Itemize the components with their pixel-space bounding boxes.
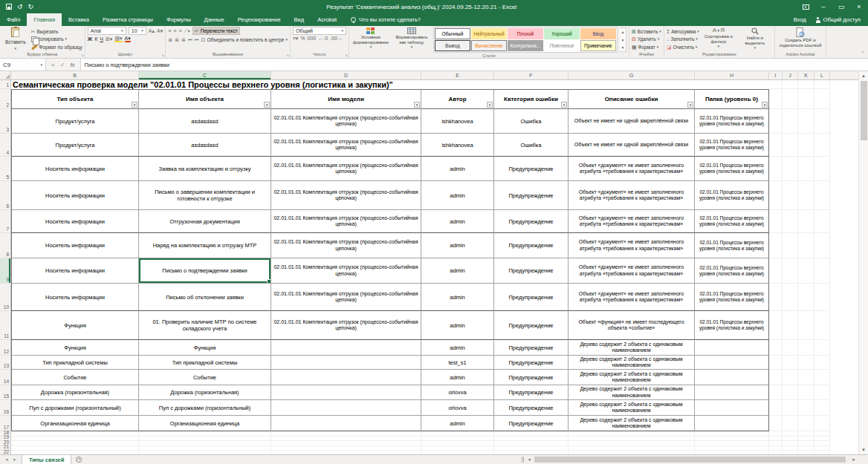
cell-C9[interactable]: Письмо о подтверждении заявки xyxy=(139,258,271,284)
column-header-F[interactable]: F xyxy=(494,71,569,79)
comma-style-icon[interactable]: 000 xyxy=(308,36,317,41)
cell-G6[interactable]: Объект «документ» не имеет заполненного … xyxy=(569,181,695,210)
cell-K[interactable] xyxy=(798,109,814,134)
cell-J[interactable] xyxy=(783,233,798,258)
cell-B10[interactable]: Носитель информации xyxy=(11,284,139,311)
filter-dropdown-icon[interactable]: ▾ xyxy=(487,102,493,108)
redo-icon[interactable]: ↻ xyxy=(28,4,34,10)
cell-L[interactable] xyxy=(814,134,830,157)
align-bottom-icon[interactable]: ≡ xyxy=(178,28,181,33)
number-format-select[interactable]: Общий▾ xyxy=(293,27,346,35)
column-header-L[interactable]: L xyxy=(814,71,830,79)
cell-G12[interactable]: Дерево содержит 2 объекта с одинаковым н… xyxy=(569,340,695,356)
cell-C8[interactable]: Наряд на комплектацию и отгрузку МТР xyxy=(139,233,271,258)
cell-K[interactable] xyxy=(798,340,814,356)
find-select-button[interactable]: Найти и выделить▾ xyxy=(738,27,772,51)
cell-F8[interactable]: Предупреждение xyxy=(494,233,569,258)
cell-J[interactable] xyxy=(783,80,798,89)
vertical-scrollbar[interactable]: ▲ ▼ xyxy=(858,71,868,454)
cell-G7[interactable]: Объект «документ» не имеет заполненного … xyxy=(569,210,695,233)
create-pdf-button[interactable]: Создать PDF и поделиться ссылкой xyxy=(777,27,823,51)
cell-E11[interactable]: admin xyxy=(421,311,494,340)
cell-C16[interactable]: Пул с дорожками (горизонтальный) xyxy=(139,400,271,416)
cell-style-плохой[interactable]: Плохой xyxy=(508,28,543,39)
scroll-right-icon[interactable]: ► xyxy=(852,457,856,462)
cell-L[interactable] xyxy=(814,340,830,356)
shrink-font-icon[interactable]: А▾ xyxy=(157,28,163,33)
cell-C17[interactable]: Организационная единица xyxy=(139,416,271,431)
cell-H7[interactable]: 02.01.01 Процессы верхнего уровня (логис… xyxy=(695,210,769,233)
cell-K[interactable] xyxy=(798,80,814,89)
cell-H12[interactable] xyxy=(695,340,769,356)
paste-button[interactable]: Вставить ▾ xyxy=(2,27,29,51)
cell-I[interactable] xyxy=(769,210,783,233)
ribbon-tab-данные[interactable]: Данные xyxy=(198,13,231,26)
cell-F16[interactable]: Предупреждение xyxy=(494,400,569,416)
align-middle-icon[interactable]: ≡ xyxy=(173,28,176,33)
fill-button[interactable]: ↓Заполнить▾ xyxy=(667,36,699,43)
cell-D5[interactable]: 02.01.01.01 Комплектация отгрузок (проце… xyxy=(271,157,421,181)
ribbon-display-options-icon[interactable]: ▾ xyxy=(797,0,814,13)
vertical-scroll-thumb[interactable] xyxy=(861,81,867,140)
cell-G16[interactable]: Дерево содержит 2 объекта с одинаковым н… xyxy=(569,400,695,416)
cell-D6[interactable]: 02.01.01.01 Комплектация отгрузок (проце… xyxy=(271,181,421,210)
cell-J[interactable] xyxy=(783,284,798,311)
cell-I[interactable] xyxy=(769,181,783,210)
minimize-icon[interactable]: – xyxy=(814,0,832,13)
cell-I[interactable] xyxy=(769,284,783,311)
cell-J[interactable] xyxy=(783,258,798,284)
share-button[interactable]: Общий доступ xyxy=(815,16,861,23)
dialog-launcher-icon[interactable]: ↘ xyxy=(161,53,164,57)
cell-D10[interactable]: 02.01.01.01 Комплектация отгрузок (проце… xyxy=(271,284,421,311)
cell-D12[interactable] xyxy=(271,340,421,356)
cell-E3[interactable]: ishkhanovea xyxy=(421,109,494,134)
sheet-title-cell[interactable]: Семантическая проверка модели "02.01.01 … xyxy=(11,80,769,89)
gallery-more-icon[interactable]: ▼ xyxy=(621,45,624,50)
cell-F4[interactable]: Ошибка xyxy=(494,134,569,157)
cell-K[interactable] xyxy=(798,89,814,109)
cell-E13[interactable]: test_s1 xyxy=(421,356,494,370)
cell-I[interactable] xyxy=(769,89,783,109)
cell-C11[interactable]: 01. Проверить наличие МТР по системе скл… xyxy=(139,311,271,340)
cell-F17[interactable]: Предупреждение xyxy=(494,416,569,431)
cell-C6[interactable]: Письмо о завершении комплектации и готов… xyxy=(139,181,271,210)
row-header-15[interactable]: 15 xyxy=(0,385,11,400)
cell-D11[interactable]: 02.01.01.01 Комплектация отгрузок (проце… xyxy=(271,311,421,340)
cell-D14[interactable] xyxy=(271,370,421,385)
header-cell-B2[interactable]: Тип объекта▾ xyxy=(11,89,139,109)
italic-button[interactable]: К xyxy=(94,36,97,42)
cell-F11[interactable]: Предупреждение xyxy=(494,311,569,340)
filter-dropdown-icon[interactable]: ▾ xyxy=(762,102,768,108)
cell-K[interactable] xyxy=(798,400,814,416)
cell-L[interactable] xyxy=(814,385,830,400)
row-header-12[interactable]: 12 xyxy=(0,340,11,356)
cell-style-контрольна-[interactable]: Контрольна... xyxy=(508,40,543,51)
percent-style-icon[interactable]: % xyxy=(300,36,305,41)
format-cells-button[interactable]: ▦Формат▾ xyxy=(632,43,661,50)
cell-K[interactable] xyxy=(798,134,814,157)
next-sheet-icon[interactable]: ► xyxy=(13,457,17,462)
cell-C10[interactable]: Письмо об отклонении заявки xyxy=(139,284,271,311)
font-family-select[interactable]: Arial▾ xyxy=(88,27,126,35)
gallery-up-icon[interactable]: ▲ xyxy=(621,30,624,34)
cell-L[interactable] xyxy=(814,157,830,181)
cell-G15[interactable]: Дерево содержит 2 объекта с одинаковым н… xyxy=(569,385,695,400)
cell-L[interactable] xyxy=(814,181,830,210)
cell-C14[interactable]: Событие xyxy=(139,370,271,385)
cell-G9[interactable]: Объект «документ» не имеет заполненного … xyxy=(569,258,695,284)
font-size-select[interactable]: 10▾ xyxy=(129,27,146,35)
cell-J[interactable] xyxy=(783,311,798,340)
cell-L[interactable] xyxy=(814,233,830,258)
align-left-icon[interactable]: ≣ xyxy=(168,37,172,42)
column-header-D[interactable]: D xyxy=(271,71,421,79)
header-cell-E2[interactable]: Автор▾ xyxy=(421,89,494,109)
cell-E16[interactable]: orlovva xyxy=(421,400,494,416)
cell-K[interactable] xyxy=(798,356,814,370)
ribbon-tab-формулы[interactable]: Формулы xyxy=(160,13,198,26)
cell-E9[interactable]: admin xyxy=(421,258,494,284)
cell-K[interactable] xyxy=(798,233,814,258)
cell-I[interactable] xyxy=(769,416,783,431)
row-header-4[interactable]: 4 xyxy=(0,134,11,157)
horizontal-scroll-thumb[interactable] xyxy=(534,457,846,463)
qat-customize-icon[interactable]: ▾ xyxy=(39,5,41,9)
